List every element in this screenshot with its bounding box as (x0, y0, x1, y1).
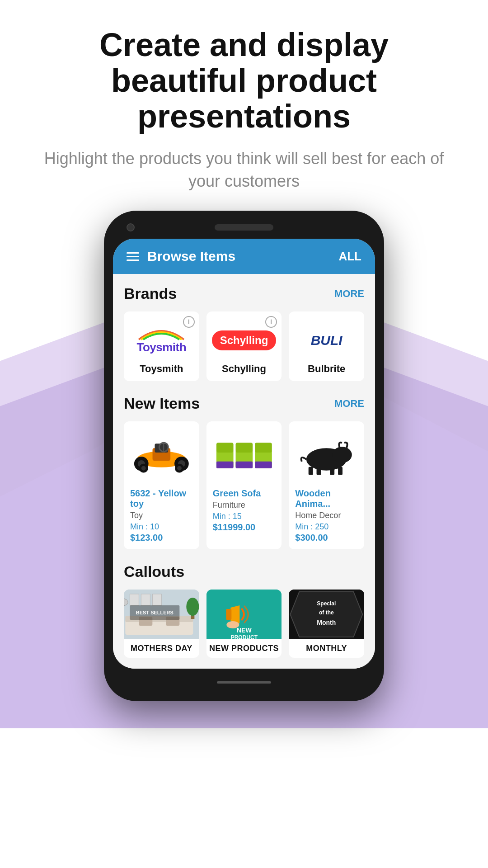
phone-camera (127, 223, 135, 231)
svg-rect-28 (317, 467, 321, 475)
callout-card-newproducts[interactable]: NEW PRODUCT NEW PRODUCTS (206, 590, 282, 658)
header-left: Browse Items (127, 249, 235, 264)
app-content: Brands MORE i (113, 274, 375, 669)
brand-card-schylling[interactable]: i Schylling Schylling (206, 311, 282, 381)
item-min-animal: Min : 250 (295, 522, 358, 532)
item-image-animal (295, 428, 358, 482)
item-category-gokart: Toy (130, 511, 193, 520)
callout-image-monthly: Special of the Month (289, 590, 364, 639)
phone-speaker (215, 224, 273, 231)
bulbrite-logo-area: BULI (295, 322, 358, 359)
item-price-animal: $300.00 (295, 533, 358, 543)
header-all-button[interactable]: ALL (338, 250, 361, 264)
svg-rect-33 (141, 594, 150, 605)
svg-text:Special: Special (317, 600, 336, 607)
svg-rect-32 (130, 594, 139, 605)
brand-card-bulbrite[interactable]: BULI Bulbrite (289, 311, 364, 381)
callout-image-newproducts: NEW PRODUCT (206, 590, 282, 639)
hero-subtitle: Highlight the products you think will se… (36, 147, 452, 193)
schylling-logo-area: Schylling (213, 322, 276, 359)
callout-label-monthly: MONTHLY (289, 639, 364, 658)
callouts-section-header: Callouts (124, 563, 364, 580)
item-category-sofa: Furniture (213, 500, 276, 510)
item-card-gokart[interactable]: 5632 - Yellow toy Toy Min : 10 $123.00 (124, 421, 199, 549)
svg-text:BEST SELLERS: BEST SELLERS (136, 610, 174, 615)
new-items-row: 5632 - Yellow toy Toy Min : 10 $123.00 (124, 421, 364, 549)
svg-point-15 (177, 466, 182, 471)
svg-text:of the: of the (319, 609, 334, 616)
svg-rect-23 (235, 443, 253, 453)
toysmith-logo-area: Toysmith (130, 322, 193, 359)
item-card-animal[interactable]: Wooden Anima... Home Decor Min : 250 $30… (289, 421, 364, 549)
svg-rect-21 (255, 462, 272, 468)
callout-image-mothersday: BEST SELLERS (124, 590, 199, 639)
svg-rect-29 (330, 467, 335, 475)
hero-section: Create and display beautiful product pre… (0, 0, 488, 211)
toysmith-logo: Toysmith (136, 327, 186, 354)
svg-rect-19 (235, 462, 253, 468)
phone-sensors (353, 223, 361, 231)
info-icon-toysmith[interactable]: i (183, 316, 195, 328)
brands-section-header: Brands MORE (124, 285, 364, 302)
svg-rect-47 (226, 609, 231, 620)
item-image-gokart (130, 428, 193, 482)
callouts-row: BEST SELLERS MOTHERS DAY (124, 590, 364, 658)
hero-title: Create and display beautiful product pre… (36, 27, 452, 135)
item-price-gokart: $123.00 (130, 533, 193, 543)
svg-point-40 (186, 598, 199, 616)
item-title-sofa[interactable]: Green Sofa (213, 488, 276, 499)
item-card-sofa[interactable]: Green Sofa Furniture Min : 15 $11999.00 (206, 421, 282, 549)
svg-point-13 (141, 466, 146, 471)
callout-label-mothersday: MOTHERS DAY (124, 639, 199, 658)
new-items-title: New Items (124, 395, 200, 412)
new-items-section-header: New Items MORE (124, 395, 364, 412)
brand-name-bulbrite: Bulbrite (308, 363, 345, 375)
item-image-sofa (213, 428, 276, 482)
brand-name-toysmith: Toysmith (140, 363, 183, 375)
phone-top-bar (113, 223, 375, 239)
app-header-title: Browse Items (147, 249, 235, 264)
item-category-animal: Home Decor (295, 511, 358, 520)
callouts-title: Callouts (124, 563, 184, 580)
callout-card-mothersday[interactable]: BEST SELLERS MOTHERS DAY (124, 590, 199, 658)
item-price-sofa: $11999.00 (213, 522, 276, 533)
svg-text:PRODUCT: PRODUCT (230, 634, 258, 639)
phone-frame: Browse Items ALL Brands MORE i (104, 211, 384, 701)
new-items-more-button[interactable]: MORE (334, 398, 364, 410)
home-indicator[interactable] (217, 681, 271, 684)
svg-rect-34 (152, 594, 161, 605)
brands-more-button[interactable]: MORE (334, 288, 364, 300)
svg-text:NEW: NEW (237, 627, 252, 634)
item-min-gokart: Min : 10 (130, 522, 193, 532)
svg-rect-24 (255, 443, 272, 453)
phone-screen: Browse Items ALL Brands MORE i (113, 239, 375, 669)
schylling-logo: Schylling (212, 330, 277, 350)
brand-name-schylling: Schylling (222, 363, 266, 375)
app-header: Browse Items ALL (113, 239, 375, 274)
svg-rect-30 (338, 467, 343, 475)
brands-row: i Toysmith (124, 311, 364, 381)
brands-title: Brands (124, 285, 177, 302)
brand-card-toysmith[interactable]: i Toysmith (124, 311, 199, 381)
svg-rect-27 (309, 467, 313, 475)
phone-wrapper: Browse Items ALL Brands MORE i (0, 211, 488, 728)
item-min-sofa: Min : 15 (213, 512, 276, 521)
svg-rect-22 (216, 443, 234, 453)
svg-text:Month: Month (317, 619, 336, 626)
callout-label-newproducts: NEW PRODUCTS (206, 639, 282, 658)
callout-card-monthly[interactable]: Special of the Month MONTHLY (289, 590, 364, 658)
info-icon-schylling[interactable]: i (265, 316, 277, 328)
svg-rect-17 (216, 462, 234, 468)
hamburger-menu-icon[interactable] (127, 252, 139, 261)
svg-point-26 (333, 447, 352, 463)
svg-marker-46 (230, 605, 239, 623)
bulbrite-logo: BULI (311, 333, 343, 348)
item-title-gokart[interactable]: 5632 - Yellow toy (130, 488, 193, 509)
item-title-animal[interactable]: Wooden Anima... (295, 488, 358, 509)
phone-bottom-bar (113, 676, 375, 689)
